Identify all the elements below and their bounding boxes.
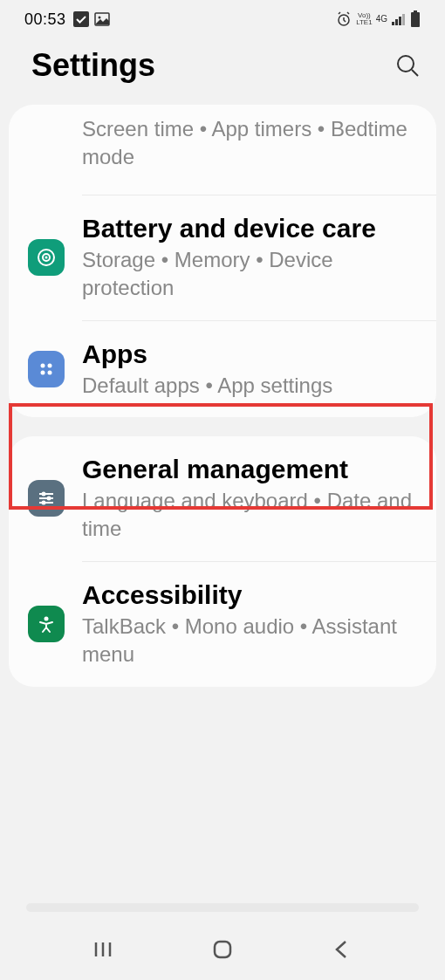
svg-rect-0 [73, 11, 89, 27]
settings-card-1: Screen time • App timers • Bedtime mode … [9, 105, 436, 417]
home-button[interactable] [210, 937, 235, 962]
svg-rect-7 [402, 14, 405, 25]
svg-rect-29 [215, 942, 230, 957]
settings-card-2: General management Language and keyboard… [9, 436, 436, 687]
image-icon [94, 11, 110, 27]
item-subtitle: Storage • Memory • Device protection [82, 246, 415, 303]
signal-icon [391, 12, 407, 26]
status-icons-left [73, 11, 110, 27]
item-subtitle: TalkBack • Mono audio • Assistant menu [82, 613, 415, 669]
back-button[interactable] [330, 937, 354, 962]
battery-care-icon [28, 239, 65, 276]
svg-rect-9 [411, 12, 420, 27]
accessibility-icon [28, 606, 65, 642]
general-management-icon [28, 480, 65, 517]
apps-icon [28, 351, 65, 387]
status-time: 00:53 [24, 10, 66, 29]
scroll-indicator [26, 903, 419, 912]
svg-line-11 [412, 70, 418, 76]
svg-point-16 [48, 363, 52, 367]
svg-rect-8 [414, 10, 417, 12]
item-title: Accessibility [82, 579, 415, 611]
item-subtitle: Screen time • App timers • Bedtime mode [82, 115, 415, 172]
svg-rect-5 [395, 19, 398, 25]
status-left: 00:53 [24, 10, 110, 29]
svg-point-25 [44, 617, 49, 621]
list-item-apps[interactable]: Apps Default apps • App settings [9, 321, 436, 417]
network-gen: 4G [376, 15, 387, 24]
network-label-block: Vo)) LTE1 [356, 12, 373, 26]
list-item-battery-device-care[interactable]: Battery and device care Storage • Memory… [9, 195, 436, 320]
list-item-digital-wellbeing-partial[interactable]: Screen time • App timers • Bedtime mode [9, 105, 436, 195]
svg-point-24 [42, 501, 46, 505]
header: Settings [0, 35, 445, 105]
svg-point-18 [48, 370, 52, 374]
item-title: Apps [82, 339, 415, 370]
svg-point-22 [47, 497, 51, 501]
list-item-general-management[interactable]: General management Language and keyboard… [9, 436, 436, 561]
svg-rect-4 [392, 22, 394, 25]
search-icon[interactable] [394, 52, 421, 79]
lte-label: LTE1 [356, 19, 373, 26]
svg-rect-6 [399, 17, 401, 25]
svg-point-17 [41, 370, 45, 374]
item-content: General management Language and keyboard… [82, 454, 415, 544]
svg-point-14 [45, 257, 48, 259]
item-content: Battery and device care Storage • Memory… [82, 213, 415, 303]
list-item-accessibility[interactable]: Accessibility TalkBack • Mono audio • As… [9, 562, 436, 687]
svg-point-15 [41, 363, 45, 367]
status-bar: 00:53 Vo)) LTE1 4G [0, 0, 445, 35]
recents-button[interactable] [91, 937, 115, 962]
svg-point-2 [98, 17, 100, 19]
item-title: General management [82, 454, 415, 485]
svg-point-10 [398, 56, 414, 72]
alarm-icon [335, 10, 353, 28]
item-content: Apps Default apps • App settings [82, 339, 415, 400]
item-title: Battery and device care [82, 213, 415, 244]
item-subtitle: Default apps • App settings [82, 372, 415, 400]
item-subtitle: Language and keyboard • Date and time [82, 487, 415, 544]
svg-point-20 [42, 492, 46, 497]
checkbox-icon [73, 11, 89, 27]
navigation-bar [0, 919, 445, 980]
battery-icon [410, 10, 421, 28]
status-right: Vo)) LTE1 4G [335, 10, 421, 28]
item-content: Accessibility TalkBack • Mono audio • As… [82, 579, 415, 669]
page-title: Settings [31, 47, 155, 84]
